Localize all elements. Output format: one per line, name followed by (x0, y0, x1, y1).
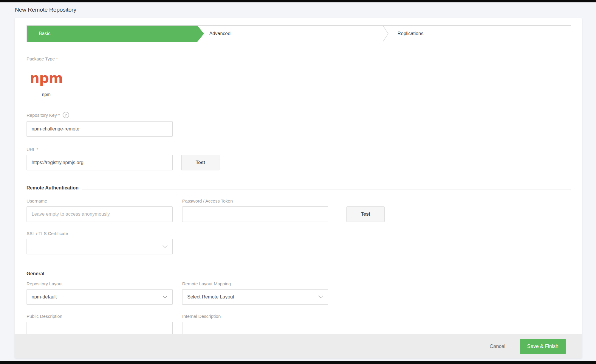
general-header: General (27, 271, 571, 276)
tab-advanced[interactable]: Advanced (197, 26, 383, 42)
ssl-certificate-section: SSL / TLS Certificate (27, 231, 571, 254)
repository-layout-select[interactable]: npm-default (27, 289, 173, 305)
npm-logo: npm (30, 70, 63, 86)
section-divider-line (48, 275, 474, 275)
repository-key-label: Repository Key * (27, 113, 60, 118)
wizard-steps: Basic Advanced Replications (27, 25, 571, 42)
public-description-input[interactable] (27, 322, 173, 334)
repository-layout-value: npm-default (32, 294, 57, 300)
url-label: URL * (27, 147, 571, 152)
username-input[interactable] (27, 206, 173, 222)
username-label: Username (27, 198, 173, 203)
tab-basic[interactable]: Basic (27, 26, 197, 42)
internal-description-label: Internal Description (182, 314, 328, 319)
dialog-body: Basic Advanced Replications Package Type… (15, 18, 582, 334)
auth-test-button[interactable]: Test (346, 206, 385, 222)
tab-replications-label: Replications (397, 31, 423, 36)
remote-authentication-heading: Remote Authentication (27, 185, 79, 191)
bottom-chrome-bar (0, 361, 596, 364)
save-finish-button[interactable]: Save & Finish (520, 339, 566, 354)
general-heading: General (27, 271, 44, 276)
ssl-certificate-select[interactable] (27, 239, 173, 254)
section-divider-line (82, 189, 571, 189)
url-input[interactable] (27, 155, 173, 170)
step-divider-chevron-icon (383, 26, 389, 42)
auth-fields-row: Username Password / Access Token Test (27, 198, 571, 222)
package-type-section: Package Type * npm npm (27, 56, 571, 97)
package-type-npm-tile: npm npm (27, 70, 66, 97)
layout-fields-row: Repository Layout npm-default Remote Lay… (27, 281, 571, 305)
chevron-down-icon (162, 245, 168, 248)
ssl-certificate-label: SSL / TLS Certificate (27, 231, 571, 236)
top-chrome-bar (0, 0, 596, 2)
tab-replications[interactable]: Replications (389, 26, 571, 42)
remote-authentication-header: Remote Authentication (27, 185, 571, 191)
dialog-footer: Cancel Save & Finish (15, 334, 582, 358)
active-step-arrow-icon (197, 26, 204, 42)
package-type-label: Package Type * (27, 56, 571, 61)
remote-layout-mapping-select[interactable]: Select Remote Layout (182, 289, 328, 305)
password-label: Password / Access Token (182, 198, 328, 203)
description-fields-row: Public Description Internal Description (27, 314, 571, 334)
chevron-down-icon (318, 295, 323, 298)
url-test-button[interactable]: Test (181, 155, 219, 170)
package-type-name: npm (42, 92, 50, 97)
remote-layout-mapping-label: Remote Layout Mapping (182, 281, 328, 286)
chevron-down-icon (162, 295, 168, 298)
remote-layout-mapping-value: Select Remote Layout (187, 294, 234, 300)
tab-advanced-label: Advanced (209, 31, 230, 36)
new-remote-repository-dialog: Basic Advanced Replications Package Type… (15, 18, 582, 358)
public-description-label: Public Description (27, 314, 173, 319)
repository-key-section: Repository Key * ? (27, 112, 571, 137)
internal-description-input[interactable] (182, 322, 328, 334)
page-title: New Remote Repository (15, 7, 76, 13)
url-section: URL * Test (27, 147, 571, 170)
password-input[interactable] (182, 206, 328, 222)
repository-key-input[interactable] (27, 121, 173, 137)
cancel-button[interactable]: Cancel (490, 343, 505, 349)
repository-layout-label: Repository Layout (27, 281, 173, 286)
help-icon[interactable]: ? (63, 112, 69, 118)
tab-basic-label: Basic (39, 31, 50, 36)
